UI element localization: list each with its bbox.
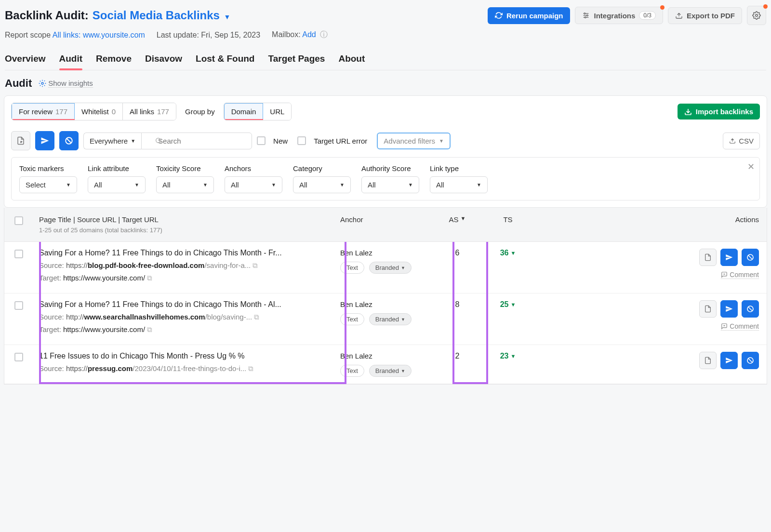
filter-select-link-attribute[interactable]: All▼ [88,176,146,193]
import-backlinks-button[interactable]: Import backlinks [678,104,760,120]
row-ts-value[interactable]: 25 ▼ [479,300,537,309]
pill-branded[interactable]: Branded ▼ [369,313,412,325]
mailbox-label: Mailbox: [272,30,301,39]
tab-disavow[interactable]: Disavow [145,49,182,70]
row-source-url[interactable]: Source: https://pressug.com/2023/04/10/1… [39,364,329,373]
checkbox-new[interactable] [257,136,266,145]
row-source-url[interactable]: Source: http://www.searchallnashvillehom… [39,313,329,321]
filter-select-category[interactable]: All▼ [293,176,351,193]
row-block-button[interactable] [742,352,759,369]
seg-domain[interactable]: Domain [224,103,264,120]
sliders-icon [582,12,590,19]
row-target-url[interactable]: Target: https://www.yoursite.com/⧉ [39,325,329,334]
tab-audit[interactable]: Audit [59,49,83,70]
scope-site-link[interactable]: www.yoursite.com [83,31,145,39]
filter-label-link-type: Link type [430,164,488,173]
upload-icon [729,137,736,144]
seg-whitelist[interactable]: Whitelist 0 [75,103,123,120]
filter-select-toxicity-score[interactable]: All▼ [156,176,214,193]
svg-point-10 [156,138,160,143]
file-export-icon [704,357,712,364]
row-send-button[interactable] [720,352,738,369]
checkbox-row[interactable] [14,301,23,310]
download-icon [684,108,692,116]
row-as-value: 8 [455,300,460,309]
refresh-icon [495,12,503,19]
seg-for-review[interactable]: For review 177 [11,103,75,120]
block-action-button[interactable] [59,131,79,150]
block-icon [746,305,754,313]
row-send-button[interactable] [720,249,738,266]
row-comment-link[interactable]: Comment [721,271,759,279]
advanced-filters-button[interactable]: Advanced filters ▼ [377,133,451,149]
pill-branded[interactable]: Branded ▼ [369,365,412,377]
external-link-icon[interactable]: ⧉ [248,364,253,372]
chevron-down-icon: ▼ [510,353,516,359]
external-link-icon[interactable]: ⧉ [147,274,152,282]
row-send-button[interactable] [720,300,738,318]
tab-about[interactable]: About [338,49,365,70]
svg-line-9 [67,139,71,143]
filter-select-link-type[interactable]: All▼ [430,176,488,193]
label-target-url-error: Target URL error [314,137,367,145]
row-target-url[interactable]: Target: https://www.yoursite.com/⧉ [39,274,329,282]
filter-label-link-attribute: Link attribute [88,164,146,173]
send-action-button[interactable] [35,131,54,150]
page-title-prefix: Backlink Audit: [5,9,89,22]
integrations-button[interactable]: Integrations 0/3 [575,7,663,24]
pill-branded[interactable]: Branded ▼ [369,262,412,274]
checkbox-row[interactable] [14,353,23,361]
comment-icon [721,323,728,330]
svg-line-13 [748,255,752,259]
checkbox-row[interactable] [14,250,23,258]
mailbox-add-link[interactable]: Add [302,30,316,39]
tab-remove[interactable]: Remove [96,49,132,70]
filter-select-authority-score[interactable]: All▼ [361,176,419,193]
filter-select-anchors[interactable]: All▼ [225,176,282,193]
export-csv-button[interactable]: CSV [723,133,760,149]
checkbox-select-all[interactable] [14,216,23,225]
row-ts-value[interactable]: 23 ▼ [479,352,537,360]
row-page-title[interactable]: 11 Free Issues to do in Chicago This Mon… [39,352,329,360]
external-link-icon[interactable]: ⧉ [253,261,258,269]
seg-url[interactable]: URL [263,103,291,120]
filter-label-category: Category [293,164,351,173]
close-icon[interactable]: ✕ [747,161,755,172]
row-ts-value[interactable]: 36 ▼ [479,249,537,257]
row-page-title[interactable]: Saving For a Home? 11 Free Things to do … [39,300,329,309]
export-pdf-button[interactable]: Export to PDF [668,7,742,24]
row-anchor-text: Ben Lalez [340,300,430,308]
filter-select-toxic[interactable]: Select▼ [19,176,77,193]
row-export-button[interactable] [699,352,717,369]
integrations-count-badge: 0/3 [639,11,656,20]
row-block-button[interactable] [742,300,759,318]
block-icon [746,357,754,364]
rerun-campaign-button[interactable]: Rerun campaign [488,7,571,24]
export-action-button[interactable] [11,131,30,150]
external-link-icon[interactable]: ⧉ [147,325,152,333]
row-export-button[interactable] [699,300,717,318]
row-comment-link[interactable]: Comment [721,322,759,331]
row-export-button[interactable] [699,249,717,266]
row-anchor-text: Ben Lalez [340,249,430,257]
row-page-title[interactable]: Saving For a Home? 11 Free Things to do … [39,249,329,257]
row-source-url[interactable]: Source: https://blog.pdf-book-free-downl… [39,261,329,270]
row-anchor-text: Ben Lalez [340,352,430,360]
tab-lost-found[interactable]: Lost & Found [196,49,254,70]
checkbox-target-url-error[interactable] [297,136,306,145]
tab-target-pages[interactable]: Target Pages [268,49,325,70]
svg-line-21 [748,359,752,362]
scope-all-links-link[interactable]: All links: [53,31,81,39]
tab-overview[interactable]: Overview [5,49,46,70]
settings-button[interactable] [747,6,766,25]
label-new: New [273,137,288,145]
row-block-button[interactable] [742,249,759,266]
external-link-icon[interactable]: ⧉ [254,313,259,321]
info-icon[interactable]: ⓘ [320,30,328,39]
campaign-name-link[interactable]: Social Media Backlinks ▼ [93,9,231,22]
svg-point-3 [584,13,585,14]
show-insights-link[interactable]: Show insights [48,79,93,88]
search-scope-dropdown[interactable]: Everywhere ▼ [83,133,141,149]
th-as[interactable]: AS ▼ [436,208,479,241]
seg-all-links[interactable]: All links 177 [123,103,176,120]
